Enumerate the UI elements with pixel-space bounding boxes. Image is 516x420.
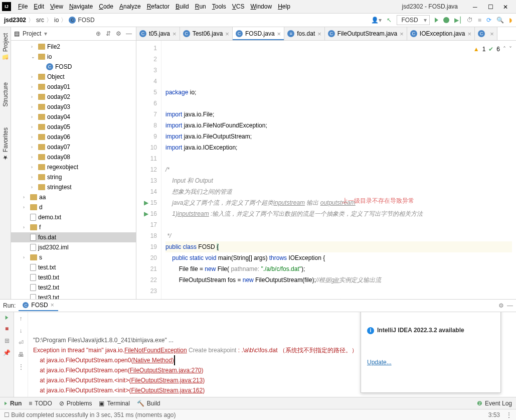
tree-item[interactable]: ›ooday02 [11,92,136,102]
close-icon[interactable]: ✕ [503,4,509,10]
problems-tool-button[interactable]: ⊘Problems [59,400,92,407]
chevron-down-icon[interactable]: ˅ [509,44,512,55]
line-number[interactable]: 7 [136,109,157,120]
editor-tab[interactable]: CFileOutputStream.java× [325,27,407,40]
expander-icon[interactable]: › [31,145,36,150]
layout-icon[interactable]: ⊞ [5,337,10,344]
console-output[interactable]: "D:\Program Files\Java\jdk1.8.0_241\bin\… [28,312,516,397]
line-number[interactable]: 10 [136,142,157,153]
tree-item[interactable]: test0.txt [11,272,136,283]
todo-tool-button[interactable]: ≡TODO [29,400,52,407]
hide-icon[interactable]: — [126,30,133,37]
run-configuration-selector[interactable]: FOSD ▾ [397,15,429,25]
line-number[interactable]: 22 [136,274,157,286]
editor-tab[interactable]: CTest06.java× [180,27,233,40]
code-line[interactable] [165,98,512,109]
line-number[interactable]: 1 [136,43,157,54]
status-more-icon[interactable]: ⋮ [506,411,512,418]
code-line[interactable] [165,153,512,164]
line-number[interactable]: ▶15 [136,197,157,208]
code-line[interactable] [165,219,512,230]
code-line[interactable]: Input 和 Output [165,175,512,186]
code-line[interactable]: //FileOutputStream fos = new FileOutputS… [165,297,512,299]
tree-item[interactable]: ›ooday06 [11,132,136,142]
tree-item[interactable]: ›File2 [11,42,136,52]
menu-run[interactable]: Run [192,2,209,12]
rerun-button[interactable] [6,316,9,320]
line-number[interactable]: 2 [136,54,157,65]
line-number[interactable]: 13 [136,175,157,186]
line-number[interactable]: 6 [136,98,157,109]
minimize-icon[interactable]: ─ [473,4,479,10]
editor-tab[interactable]: C× [475,27,497,40]
expander-icon[interactable]: › [31,155,36,160]
tree-item[interactable]: demo.txt [11,212,136,222]
menu-code[interactable]: Code [96,2,116,12]
tree-item[interactable]: ›ooday05 [11,122,136,132]
structure-tool-tab[interactable]: Structure [1,79,10,110]
tree-item[interactable]: fos.dat [11,232,136,242]
tree-item[interactable]: jsd2302.iml [11,242,136,252]
stop-button[interactable]: ■ [5,325,9,332]
chevron-down-icon[interactable]: ▾ [44,30,47,37]
line-number[interactable]: 24 [136,297,157,299]
close-icon[interactable]: × [468,30,472,38]
menu-view[interactable]: View [47,2,66,12]
ide-features-icon[interactable]: ◗ [509,17,512,24]
breadcrumb-item[interactable]: FOSD [78,17,94,24]
expander-icon[interactable]: › [23,205,28,210]
coverage-button[interactable]: ▶⎮ [454,17,462,24]
menu-help[interactable]: Help [275,2,293,12]
menu-refactor[interactable]: Refactor [144,2,173,12]
line-number[interactable]: 21 [136,263,157,274]
tree-item[interactable]: ›stringtest [11,182,136,192]
line-number[interactable]: 9 [136,131,157,142]
debug-button[interactable] [443,17,449,23]
run-tool-button[interactable]: Run [4,400,22,407]
close-icon[interactable]: × [317,30,321,38]
vcs-update-icon[interactable]: ⟳ [486,17,491,24]
code-line[interactable]: public static void main(String[] args) t… [165,252,512,263]
breadcrumb-item[interactable]: io [54,17,59,24]
expander-icon[interactable]: › [31,114,36,119]
maximize-icon[interactable]: ☐ [488,4,494,10]
line-number[interactable]: 20 [136,252,157,263]
expander-icon[interactable]: › [31,74,36,79]
run-tab[interactable]: C FOSD × [19,300,58,311]
tree-item[interactable]: test3.txt [11,293,136,299]
code-line[interactable]: package io; [165,87,512,98]
expander-icon[interactable]: › [31,134,36,139]
expand-all-icon[interactable]: ⇵ [106,30,113,37]
tree-item[interactable]: ›ooday07 [11,142,136,152]
tree-item[interactable]: ›string [11,172,136,182]
line-number[interactable]: 14 [136,186,157,197]
line-number[interactable]: 19 [136,241,157,252]
line-number[interactable]: 11 [136,153,157,164]
down-icon[interactable]: ↓ [20,327,23,334]
expander-icon[interactable]: ⌄ [31,54,36,59]
menu-navigate[interactable]: Navigate [66,2,96,12]
close-icon[interactable]: × [51,302,54,309]
code-line[interactable]: public class FOSD { [165,241,512,252]
code-line[interactable]: import java.io.FileNotFoundException; [165,120,512,131]
tree-item[interactable]: ›ooday01 [11,82,136,92]
menu-analyze[interactable]: Analyze [116,2,144,12]
expander-icon[interactable]: › [31,94,36,99]
back-icon[interactable]: ↖ [387,17,392,24]
code-line[interactable]: import java.io.IOException; [165,142,512,153]
code-line[interactable]: 想象为我们之间的管道 [165,186,512,197]
expander-icon[interactable]: › [31,165,36,170]
menu-vcs[interactable]: VCS [229,2,248,12]
code-line[interactable]: import java.io.File; [165,109,512,120]
project-tool-tab[interactable]: 📁 Project [1,30,10,64]
locate-icon[interactable]: ⊕ [96,30,103,37]
close-icon[interactable]: × [225,30,229,38]
line-number[interactable]: 12 [136,164,157,175]
code-line[interactable]: FileOutputStream fos = new FileOutputStr… [165,274,512,286]
expander-icon[interactable]: › [31,104,36,109]
tree-item[interactable]: ›d [11,202,136,212]
breadcrumb-item[interactable]: src [36,17,44,24]
code-line[interactable]: java定义了两个流，并定义了两个超类inputstream 输出 output… [165,197,512,208]
run-button[interactable] [435,18,438,23]
filter-icon[interactable]: ⋮ [18,363,24,370]
